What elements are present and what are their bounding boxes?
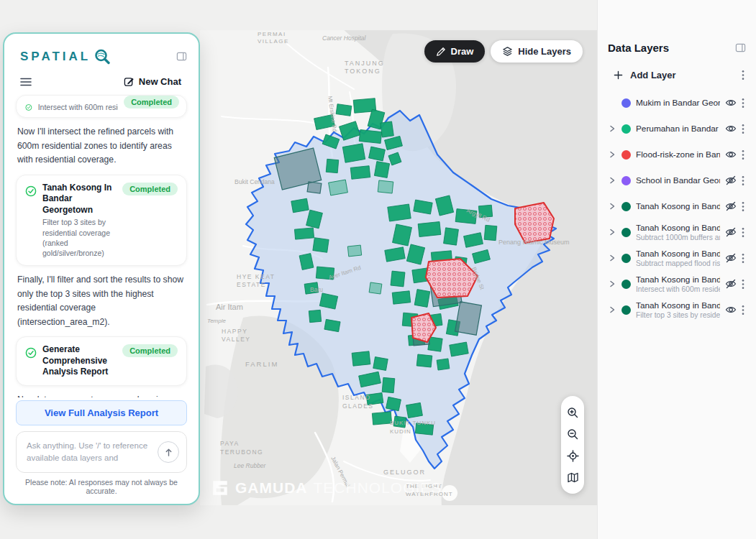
draw-button[interactable]: Draw (424, 40, 486, 63)
layer-options-button[interactable] (742, 279, 744, 290)
layer-visibility-off-button[interactable] (725, 227, 737, 237)
map-label: Cancer Hospital (322, 34, 367, 42)
view-report-button[interactable]: View Full Analysis Report (16, 400, 187, 425)
layer-color-dot (621, 150, 631, 160)
status-badge: Completed (122, 183, 178, 195)
layer-title: Tanah Kosong in Bandar Geor... (636, 223, 720, 233)
chat-input-box (16, 431, 187, 473)
layer-row[interactable]: Tanah Kosong in Bandar Geor...Subtract m… (608, 247, 746, 269)
layer-subtitle: Filter top 3 sites by residential co... (636, 311, 720, 319)
map-canvas[interactable]: PERMAIVILLAGECancer HospitalTANJUNGTOKON… (200, 30, 597, 505)
green-parcel (406, 402, 423, 418)
kebab-icon (742, 124, 744, 134)
send-arrow-icon (164, 448, 173, 457)
new-chat-pencil-icon (124, 76, 135, 87)
layer-row[interactable]: Perumahan in Bandar Georget... (608, 118, 746, 139)
layer-expand-button[interactable] (609, 203, 616, 210)
layer-row[interactable]: Tanah Kosong in Bandar Geor...Subtract 1… (608, 221, 746, 243)
eye-off-icon (725, 227, 737, 237)
hide-layers-button[interactable]: Hide Layers (491, 40, 583, 63)
layer-visibility-on-button[interactable] (725, 98, 737, 108)
chat-collapse-button[interactable] (176, 51, 187, 64)
layer-title: Tanah Kosong in Bandar Geor... (636, 300, 720, 310)
app-root: PERMAIVILLAGECancer HospitalTANJUNGTOKON… (0, 0, 756, 539)
layer-expand-button[interactable] (609, 254, 616, 262)
green-parcel (373, 357, 388, 371)
menu-button[interactable] (20, 77, 32, 87)
layer-row[interactable]: Mukim in Bandar Georgetown (608, 92, 746, 114)
layer-options-button[interactable] (742, 175, 744, 186)
layer-expand-button[interactable] (609, 229, 616, 236)
layer-row[interactable]: Tanah Kosong in Bandar Geor...Filter top… (608, 299, 746, 321)
layer-expand-button[interactable] (609, 125, 616, 132)
layer-options-button[interactable] (742, 227, 744, 238)
draw-button-label: Draw (451, 46, 474, 57)
layer-subtitle: Subtract mapped flood risk zones (636, 259, 720, 267)
basemap-svg: PERMAIVILLAGECancer HospitalTANJUNGTOKON… (200, 30, 597, 505)
map-topbar: Draw Hide Layers (424, 40, 583, 63)
basemap-button[interactable] (561, 466, 584, 488)
chat-input[interactable] (25, 438, 152, 466)
layer-text: Tanah Kosong in Bandar Geor...Filter top… (636, 300, 720, 319)
layer-expand-button[interactable] (609, 151, 616, 158)
locate-button[interactable] (561, 445, 584, 466)
new-chat-button[interactable]: New Chat (119, 75, 186, 88)
layer-expand-button[interactable] (609, 306, 616, 313)
locate-icon (567, 450, 579, 462)
kebab-icon (742, 227, 744, 238)
layer-row[interactable]: School in Bandar Georgetown (608, 170, 746, 191)
layer-visibility-on-button[interactable] (725, 149, 737, 160)
chat-message-list[interactable]: Intersect with 600m residential zones Co… (4, 93, 199, 397)
map-label: Lee Rubber (234, 462, 267, 469)
map-label: Baru (310, 286, 323, 293)
layer-text: Tanah Kosong in Bandar Geor...Intersect … (636, 275, 720, 293)
layer-visibility-on-button[interactable] (725, 124, 737, 134)
green-parcel (347, 245, 361, 257)
map-label: TERUBONG (220, 448, 263, 456)
zoom-in-button[interactable] (561, 402, 584, 423)
layers-collapse-button[interactable] (735, 42, 746, 53)
layer-visibility-on-button[interactable] (725, 305, 737, 315)
task-card-clipped[interactable]: Intersect with 600m residential zones Co… (16, 95, 187, 118)
layer-visibility-off-button[interactable] (725, 201, 737, 211)
map-label: PAYA (220, 440, 240, 447)
add-layer-button[interactable]: Add Layer (614, 70, 676, 80)
kebab-icon (742, 279, 744, 290)
ai-disclaimer: Please note: AI responses may not always… (4, 473, 199, 504)
layer-options-button[interactable] (742, 305, 744, 315)
task-subtitle: Intersect with 600m residential zones (38, 102, 118, 112)
map-icon (567, 471, 579, 484)
layer-row[interactable]: Tanah Kosong in Bandar Geor... (608, 195, 746, 217)
green-parcel (329, 180, 348, 195)
zoom-out-button[interactable] (561, 423, 584, 445)
layers-menu-kebab-button[interactable] (742, 70, 744, 80)
layer-options-button[interactable] (742, 124, 744, 134)
layer-text: School in Bandar Georgetown (636, 175, 720, 185)
green-parcel (374, 162, 389, 178)
task-card[interactable]: Generate Comprehensive Analysis Report C… (16, 336, 187, 386)
layer-title: Tanah Kosong in Bandar Geor... (636, 201, 720, 211)
layer-options-button[interactable] (742, 98, 744, 109)
assistant-message: Finally, I'll filter and sort the result… (17, 273, 186, 329)
layer-row[interactable]: Flood-risk-zone in Bandar Geo... (608, 144, 746, 165)
layer-options-button[interactable] (742, 149, 744, 160)
map-label: Air Itam (216, 303, 243, 311)
green-parcel (388, 204, 411, 221)
map-label: ESTATE (237, 281, 266, 288)
layer-visibility-off-button[interactable] (725, 175, 737, 185)
layer-row[interactable]: Tanah Kosong in Bandar Geor...Intersect … (608, 273, 746, 295)
send-button[interactable] (158, 441, 179, 463)
layer-expand-button[interactable] (609, 280, 616, 287)
layer-options-button[interactable] (742, 201, 744, 212)
green-parcel (378, 180, 393, 193)
layer-visibility-off-button[interactable] (725, 279, 737, 289)
layer-visibility-off-button[interactable] (725, 253, 737, 263)
task-card[interactable]: Tanah Kosong In Bandar Georgetown Filter… (16, 175, 187, 266)
layer-color-dot (621, 202, 631, 211)
teal-parcel (455, 302, 482, 336)
layer-expand-button[interactable] (609, 177, 616, 184)
map-label: BUKIT TUNKU (390, 420, 436, 426)
kebab-icon (742, 149, 744, 160)
panel-collapse-icon (176, 51, 187, 62)
layer-options-button[interactable] (742, 253, 744, 264)
